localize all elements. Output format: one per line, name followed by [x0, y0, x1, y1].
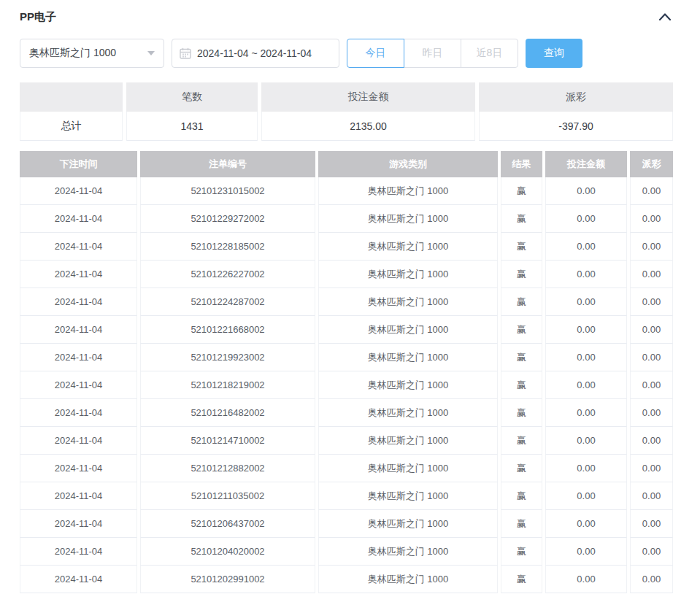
table-cell: 2024-11-04 [20, 482, 137, 510]
page-title: PP电子 [20, 10, 56, 24]
bet-table-body: 2024-11-0452101231015002奥林匹斯之门 1000赢0.00… [20, 177, 673, 593]
table-cell: 0.00 [630, 455, 673, 482]
table-row: 2024-11-0452101221668002奥林匹斯之门 1000赢0.00… [20, 316, 673, 344]
table-cell: 2024-11-04 [20, 177, 137, 205]
table-cell: 52101214710002 [140, 427, 315, 455]
filter-bar: 奥林匹斯之门 1000 2024-11-04 ~ 2024-11-04 今日 昨… [20, 39, 673, 68]
table-cell: 奥林匹斯之门 1000 [318, 482, 498, 510]
table-row: 2024-11-0452101228185002奥林匹斯之门 1000赢0.00… [20, 233, 673, 261]
table-cell: 0.00 [545, 399, 627, 427]
table-cell: 0.00 [630, 482, 673, 510]
table-cell: 2024-11-04 [20, 538, 137, 566]
table-cell: 0.00 [630, 344, 673, 371]
summary-header-empty [20, 82, 123, 112]
today-button[interactable]: 今日 [347, 39, 404, 68]
table-cell: 奥林匹斯之门 1000 [318, 399, 498, 427]
table-row: 2024-11-0452101219923002奥林匹斯之门 1000赢0.00… [20, 344, 673, 371]
table-cell: 0.00 [545, 316, 627, 344]
table-cell: 0.00 [630, 205, 673, 233]
search-button[interactable]: 查询 [526, 39, 582, 68]
table-cell: 52101202991002 [140, 566, 315, 593]
table-cell: 奥林匹斯之门 1000 [318, 510, 498, 538]
table-cell: 赢 [501, 261, 542, 288]
table-cell: 奥林匹斯之门 1000 [318, 427, 498, 455]
chevron-up-icon [659, 13, 671, 20]
caret-down-icon [147, 51, 155, 55]
summary-header-count: 笔数 [126, 82, 258, 112]
table-cell: 奥林匹斯之门 1000 [318, 566, 498, 593]
panel-header: PP电子 [20, 9, 673, 25]
header-result: 结果 [501, 151, 542, 177]
table-cell: 0.00 [545, 427, 627, 455]
table-cell: 0.00 [630, 538, 673, 566]
table-cell: 0.00 [545, 482, 627, 510]
collapse-button[interactable] [657, 9, 673, 25]
date-range-value: 2024-11-04 ~ 2024-11-04 [197, 47, 312, 59]
table-cell: 0.00 [630, 566, 673, 593]
table-cell: 0.00 [630, 261, 673, 288]
table-cell: 52101206437002 [140, 510, 315, 538]
table-cell: 0.00 [545, 371, 627, 399]
table-cell: 奥林匹斯之门 1000 [318, 261, 498, 288]
table-cell: 0.00 [545, 205, 627, 233]
table-cell: 赢 [501, 455, 542, 482]
table-cell: 52101216482002 [140, 399, 315, 427]
table-cell: 52101221668002 [140, 316, 315, 344]
table-cell: 奥林匹斯之门 1000 [318, 344, 498, 371]
table-cell: 0.00 [630, 177, 673, 205]
table-cell: 赢 [501, 427, 542, 455]
table-cell: 2024-11-04 [20, 455, 137, 482]
table-cell: 0.00 [545, 288, 627, 316]
table-row: 2024-11-0452101204020002奥林匹斯之门 1000赢0.00… [20, 538, 673, 566]
table-cell: 赢 [501, 510, 542, 538]
table-cell: 0.00 [630, 288, 673, 316]
quick-date-button-group: 今日 昨日 近8日 [347, 39, 518, 68]
table-row: 2024-11-0452101202991002奥林匹斯之门 1000赢0.00… [20, 566, 673, 593]
table-cell: 赢 [501, 205, 542, 233]
table-cell: 52101212882002 [140, 455, 315, 482]
table-row: 2024-11-0452101226227002奥林匹斯之门 1000赢0.00… [20, 261, 673, 288]
summary-payout-value: -397.90 [479, 112, 673, 141]
table-cell: 2024-11-04 [20, 510, 137, 538]
game-select-value: 奥林匹斯之门 1000 [29, 47, 143, 60]
table-row: 2024-11-0452101231015002奥林匹斯之门 1000赢0.00… [20, 177, 673, 205]
header-order-number: 注单编号 [140, 151, 315, 177]
pp-electronics-panel: PP电子 奥林匹斯之门 1000 2024-11-04 [0, 0, 673, 593]
table-cell: 0.00 [545, 344, 627, 371]
table-cell: 0.00 [545, 566, 627, 593]
table-cell: 0.00 [545, 261, 627, 288]
table-cell: 0.00 [630, 427, 673, 455]
table-row: 2024-11-0452101224287002奥林匹斯之门 1000赢0.00… [20, 288, 673, 316]
game-select[interactable]: 奥林匹斯之门 1000 [20, 39, 164, 68]
table-cell: 52101231015002 [140, 177, 315, 205]
table-cell: 奥林匹斯之门 1000 [318, 288, 498, 316]
table-cell: 赢 [501, 538, 542, 566]
table-cell: 赢 [501, 233, 542, 261]
summary-total-row: 总计 1431 2135.00 -397.90 [20, 112, 673, 141]
date-range-picker[interactable]: 2024-11-04 ~ 2024-11-04 [172, 39, 339, 68]
table-cell: 0.00 [545, 510, 627, 538]
calendar-icon [180, 47, 191, 59]
last-8-days-button[interactable]: 近8日 [461, 39, 518, 68]
table-cell: 2024-11-04 [20, 233, 137, 261]
summary-table: 笔数 投注金额 派彩 总计 1431 2135.00 -397.90 [20, 82, 673, 141]
table-cell: 0.00 [630, 510, 673, 538]
table-cell: 赢 [501, 316, 542, 344]
table-cell: 赢 [501, 344, 542, 371]
table-cell: 52101226227002 [140, 261, 315, 288]
table-cell: 赢 [501, 482, 542, 510]
table-cell: 奥林匹斯之门 1000 [318, 177, 498, 205]
table-cell: 2024-11-04 [20, 288, 137, 316]
yesterday-button[interactable]: 昨日 [404, 39, 461, 68]
table-cell: 52101204020002 [140, 538, 315, 566]
table-cell: 2024-11-04 [20, 371, 137, 399]
table-cell: 2024-11-04 [20, 344, 137, 371]
bet-records-table: 下注时间 注单编号 游戏类别 结果 投注金额 派彩 2024-11-045210… [20, 151, 673, 593]
table-cell: 0.00 [545, 538, 627, 566]
table-cell: 奥林匹斯之门 1000 [318, 316, 498, 344]
table-cell: 52101228185002 [140, 233, 315, 261]
table-cell: 2024-11-04 [20, 316, 137, 344]
table-cell: 赢 [501, 371, 542, 399]
bet-table-header-row: 下注时间 注单编号 游戏类别 结果 投注金额 派彩 [20, 151, 673, 177]
table-cell: 奥林匹斯之门 1000 [318, 233, 498, 261]
